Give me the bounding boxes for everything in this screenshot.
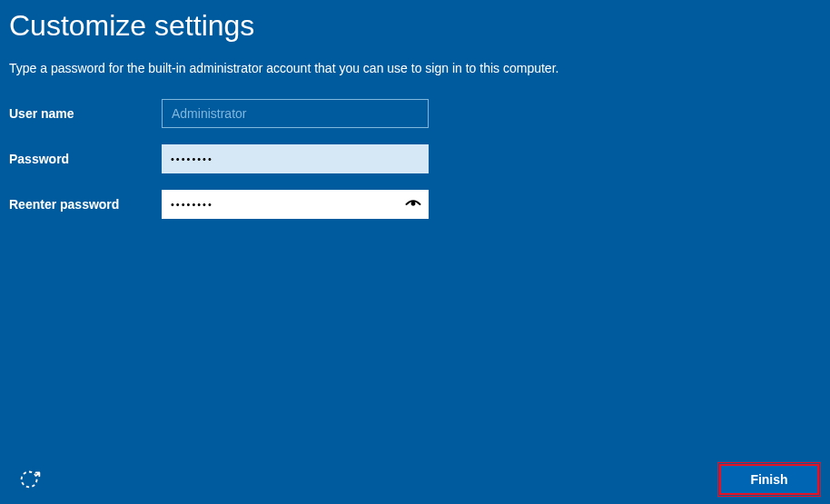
svg-point-1 [22,471,37,487]
svg-point-0 [411,202,416,206]
finish-button[interactable]: Finish [719,464,819,495]
username-label: User name [9,106,162,121]
ease-of-access-icon[interactable] [16,464,44,491]
password-label: Password [9,152,162,166]
username-row: User name [9,99,821,128]
password-row: Password [9,144,821,173]
username-input [162,99,429,128]
page-description: Type a password for the built-in adminis… [9,61,821,75]
password-input[interactable] [162,144,429,173]
reenter-password-input[interactable] [162,190,429,219]
page-title: Customize settings [9,9,821,43]
reveal-password-icon[interactable] [405,198,421,211]
reenter-password-label: Reenter password [9,197,162,212]
reenter-password-row: Reenter password [9,190,821,219]
